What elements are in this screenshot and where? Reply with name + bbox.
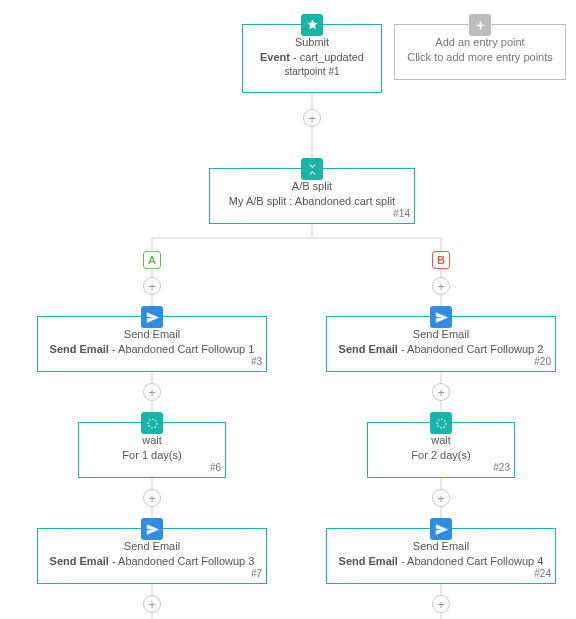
svg-point-6 [437, 419, 446, 428]
b-wait-sub: For 2 day(s) [376, 448, 506, 463]
add-entry-sub: Click to add more entry points [403, 50, 557, 65]
a1-title: Send Email [46, 327, 258, 342]
b2-title: Send Email [335, 539, 547, 554]
a2-id: #7 [251, 567, 262, 581]
a2-title: Send Email [46, 539, 258, 554]
ab-sub: My A/B split : Abandoned cart split [218, 194, 406, 209]
add-step-button[interactable]: + [143, 277, 161, 295]
add-step-button[interactable]: + [432, 489, 450, 507]
node-send-email-a1[interactable]: Send Email Send Email - Abandoned Cart F… [37, 316, 267, 372]
a-wait-title: wait [87, 433, 217, 448]
b2-sub: Send Email - Abandoned Cart Followup 4 [335, 554, 547, 569]
add-step-button[interactable]: + [143, 489, 161, 507]
ab-title: A/B split [218, 179, 406, 194]
wait-icon [141, 412, 163, 434]
b2-id: #24 [534, 567, 551, 581]
split-icon [301, 158, 323, 180]
add-step-button[interactable]: + [143, 595, 161, 613]
entry-startpoint: startpoint #1 [251, 65, 373, 79]
node-add-entry-point[interactable]: Add an entry point Click to add more ent… [394, 24, 566, 80]
b-wait-title: wait [376, 433, 506, 448]
a1-sub: Send Email - Abandoned Cart Followup 1 [46, 342, 258, 357]
b1-sub: Send Email - Abandoned Cart Followup 2 [335, 342, 547, 357]
entry-sub: Event - cart_updated [251, 50, 373, 65]
node-entry-submit[interactable]: Submit Event - cart_updated startpoint #… [242, 24, 382, 93]
node-wait-b[interactable]: wait For 2 day(s) #23 [367, 422, 515, 478]
send-icon [430, 518, 452, 540]
add-step-button[interactable]: + [432, 277, 450, 295]
add-step-button[interactable]: + [432, 595, 450, 613]
a-wait-sub: For 1 day(s) [87, 448, 217, 463]
node-send-email-a2[interactable]: Send Email Send Email - Abandoned Cart F… [37, 528, 267, 584]
send-icon [430, 306, 452, 328]
add-entry-title: Add an entry point [403, 35, 557, 50]
node-send-email-b1[interactable]: Send Email Send Email - Abandoned Cart F… [326, 316, 556, 372]
svg-point-5 [148, 419, 157, 428]
send-icon [141, 306, 163, 328]
branch-b-badge: B [432, 251, 450, 269]
send-icon [141, 518, 163, 540]
wait-icon [430, 412, 452, 434]
entry-title: Submit [251, 35, 373, 50]
plus-icon [469, 14, 491, 36]
node-send-email-b2[interactable]: Send Email Send Email - Abandoned Cart F… [326, 528, 556, 584]
b1-id: #20 [534, 355, 551, 369]
node-ab-split[interactable]: A/B split My A/B split : Abandoned cart … [209, 168, 415, 224]
a1-id: #3 [251, 355, 262, 369]
star-icon [301, 14, 323, 36]
add-step-button[interactable]: + [432, 383, 450, 401]
b-wait-id: #23 [493, 461, 510, 475]
b1-title: Send Email [335, 327, 547, 342]
a-wait-id: #6 [210, 461, 221, 475]
a2-sub: Send Email - Abandoned Cart Followup 3 [46, 554, 258, 569]
branch-a-badge: A [143, 251, 161, 269]
add-step-button[interactable]: + [303, 109, 321, 127]
add-step-button[interactable]: + [143, 383, 161, 401]
ab-id: #14 [393, 207, 410, 221]
node-wait-a[interactable]: wait For 1 day(s) #6 [78, 422, 226, 478]
